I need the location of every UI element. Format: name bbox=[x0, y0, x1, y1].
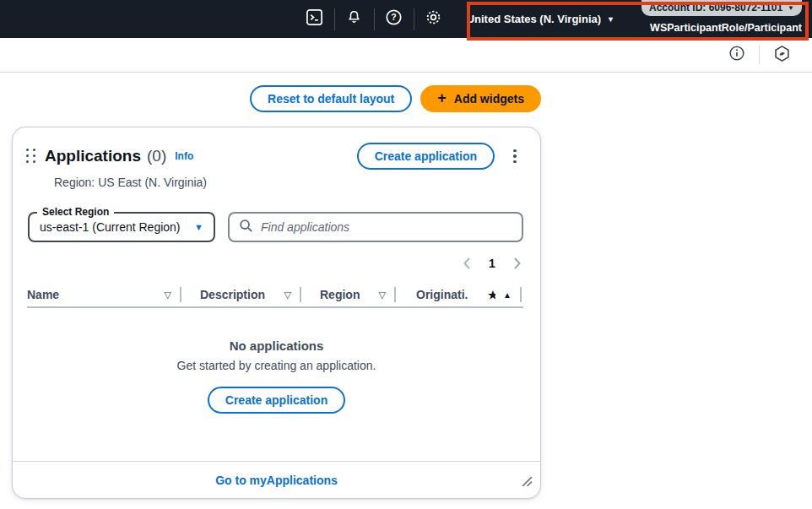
go-to-myapplications-link[interactable]: Go to myApplications bbox=[215, 474, 338, 487]
chevron-down-icon: ▼ bbox=[607, 15, 614, 24]
sort-caret-icon: ▽ bbox=[284, 290, 291, 301]
account-id-label: Account ID: 6096-8072-1101 bbox=[649, 2, 782, 14]
reset-layout-button[interactable]: Reset to default layout bbox=[250, 85, 412, 112]
chevron-down-icon: ▼ bbox=[194, 222, 203, 232]
overflow-menu-button[interactable] bbox=[505, 144, 525, 168]
select-region-dropdown[interactable]: Select Region us-east-1 (Current Region)… bbox=[28, 212, 215, 242]
account-role-label: WSParticipantRole/Participant bbox=[650, 22, 802, 34]
cloudshell-button[interactable] bbox=[295, 0, 334, 38]
widget-controls: Select Region us-east-1 (Current Region)… bbox=[28, 212, 523, 242]
column-header-description[interactable]: Description ▽ bbox=[200, 288, 300, 301]
question-circle-icon: ? bbox=[385, 8, 403, 30]
previous-page-button[interactable] bbox=[454, 252, 479, 274]
hexagon-badge-icon bbox=[773, 45, 791, 66]
dashboard-actions: Reset to default layout + Add widgets bbox=[12, 85, 541, 112]
chevron-down-icon: ▼ bbox=[788, 4, 794, 12]
pagination: 1 bbox=[13, 252, 530, 274]
widget-title: Applications bbox=[45, 147, 141, 165]
account-menu[interactable]: Account ID: 6096-8072-1101 ▼ WSParticipa… bbox=[626, 0, 810, 38]
applications-widget: Applications (0) Info Create application… bbox=[12, 127, 541, 499]
cloudshell-icon bbox=[306, 8, 323, 30]
select-region-value: us-east-1 (Current Region) bbox=[40, 220, 181, 234]
sort-caret-icon: ▽ bbox=[379, 290, 386, 301]
help-button[interactable]: ? bbox=[375, 0, 414, 38]
column-header-name[interactable]: Name ▽ bbox=[27, 288, 180, 301]
search-input[interactable] bbox=[261, 220, 512, 234]
page-toolbar bbox=[0, 38, 812, 73]
column-divider[interactable] bbox=[394, 287, 396, 302]
add-widgets-label: Add widgets bbox=[454, 92, 524, 106]
account-id-pill[interactable]: Account ID: 6096-8072-1101 ▼ bbox=[641, 0, 802, 16]
card-spacer bbox=[13, 414, 540, 461]
widget-header-actions: Create application bbox=[357, 143, 525, 170]
widget-header: Applications (0) Info Create application bbox=[13, 127, 540, 170]
empty-state: No applications Get started by creating … bbox=[13, 338, 540, 414]
sort-caret-icon: ▽ bbox=[165, 290, 171, 301]
column-divider[interactable] bbox=[180, 287, 181, 302]
sort-ascending-icon: ▲ bbox=[503, 290, 512, 300]
notifications-button[interactable] bbox=[335, 0, 374, 38]
widget-region-line: Region: US East (N. Virginia) bbox=[54, 176, 540, 189]
region-selector[interactable]: United States (N. Virginia) ▼ bbox=[453, 0, 626, 38]
search-field[interactable] bbox=[228, 212, 523, 242]
empty-state-title: No applications bbox=[13, 338, 540, 353]
search-icon bbox=[239, 219, 253, 236]
column-header-originating[interactable]: Originati. ★ ▲ bbox=[416, 287, 523, 302]
empty-state-subtitle: Get started by creating an application. bbox=[13, 359, 540, 372]
svg-text:?: ? bbox=[391, 12, 396, 22]
add-widgets-button[interactable]: + Add widgets bbox=[420, 85, 541, 112]
column-divider[interactable] bbox=[300, 287, 301, 302]
top-navigation-bar: ? United States (N. Virginia) ▼ Account … bbox=[0, 0, 812, 38]
column-divider[interactable] bbox=[520, 287, 522, 302]
clipped-star-icon: ★ bbox=[488, 288, 495, 301]
column-header-region[interactable]: Region ▽ bbox=[320, 288, 394, 301]
drag-handle[interactable] bbox=[26, 149, 36, 164]
widget-count: (0) bbox=[147, 147, 166, 165]
current-page[interactable]: 1 bbox=[481, 257, 503, 270]
service-button[interactable] bbox=[765, 38, 798, 72]
applications-table-header: Name ▽ Description ▽ Region ▽ Originati.… bbox=[27, 283, 523, 308]
create-application-button[interactable]: Create application bbox=[357, 143, 495, 170]
region-selector-label: United States (N. Virginia) bbox=[467, 13, 601, 25]
resize-handle[interactable] bbox=[522, 475, 533, 490]
gear-icon bbox=[425, 8, 442, 30]
plus-icon: + bbox=[437, 90, 447, 106]
toolbar-divider bbox=[759, 46, 760, 64]
settings-button[interactable] bbox=[414, 0, 453, 38]
info-link[interactable]: Info bbox=[175, 150, 193, 162]
next-page-button[interactable] bbox=[505, 252, 530, 274]
select-region-label: Select Region bbox=[37, 206, 114, 218]
bell-icon bbox=[345, 8, 363, 30]
widget-footer: Go to myApplications bbox=[13, 461, 540, 498]
info-button[interactable] bbox=[720, 38, 754, 72]
info-circle-icon bbox=[728, 45, 745, 65]
create-application-button[interactable]: Create application bbox=[208, 387, 345, 414]
